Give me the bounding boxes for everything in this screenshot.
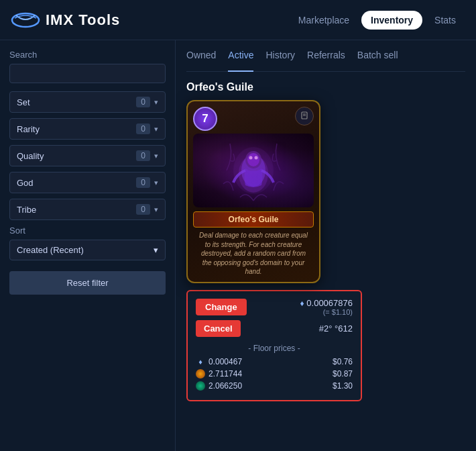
search-label: Search xyxy=(9,50,166,60)
filter-rarity-label: Rarity xyxy=(17,124,40,134)
sidebar: Search Set 0 ▾ Rarity 0 ▾ Quality 0 ▾ Go… xyxy=(0,40,176,451)
eth-value: 0.00067876 xyxy=(306,298,353,308)
reset-filter-button[interactable]: Reset filter xyxy=(9,271,166,295)
content-area: Owned Active History Referrals Batch sel… xyxy=(176,40,476,451)
logo-area: IMX Tools xyxy=(11,10,120,30)
floor-left-gods: 2.711744 xyxy=(196,369,242,379)
floor-row-eth: ♦ 0.000467 $0.76 xyxy=(196,357,353,366)
imx-floor-icon xyxy=(196,381,205,391)
floor-left-eth: ♦ 0.000467 xyxy=(196,357,242,366)
filter-set-right: 0 ▾ xyxy=(136,97,158,107)
sort-value: Created (Recent) xyxy=(17,245,84,255)
main-layout: Search Set 0 ▾ Rarity 0 ▾ Quality 0 ▾ Go… xyxy=(0,40,476,451)
logo-text: IMX Tools xyxy=(46,11,120,29)
sort-select[interactable]: Created (Recent) ▾ xyxy=(9,240,166,260)
floor-prices-label: - Floor prices - xyxy=(196,344,353,353)
chevron-down-icon: ▾ xyxy=(154,98,158,107)
card-name-bar: Orfeo's Guile xyxy=(193,211,314,228)
filter-set-label: Set xyxy=(17,97,30,107)
price-row-top: Change ♦ 0.00067876 (= $1.10) xyxy=(196,298,353,316)
mana-cost: 7 xyxy=(193,107,217,131)
nav-inventory[interactable]: Inventory xyxy=(361,11,422,30)
filter-quality-count: 0 xyxy=(136,150,150,161)
nav-stats[interactable]: Stats xyxy=(425,11,465,30)
cancel-order-button[interactable]: Cancel xyxy=(196,320,241,337)
floor-imx-value: 2.066250 xyxy=(209,381,242,391)
floor-row-gods: 2.711744 $0.87 xyxy=(196,369,353,379)
tab-active[interactable]: Active xyxy=(228,50,253,64)
filter-rarity-count: 0 xyxy=(136,123,150,134)
floor-gods-value: 2.711744 xyxy=(209,369,242,379)
chevron-down-icon: ▾ xyxy=(154,179,158,187)
filter-tribe-count: 0 xyxy=(136,204,150,215)
tab-owned[interactable]: Owned xyxy=(186,50,216,64)
chevron-down-icon: ▾ xyxy=(154,152,158,160)
card-container: 7 xyxy=(186,100,465,401)
filter-tribe-right: 0 ▾ xyxy=(136,204,158,215)
filter-god-label: God xyxy=(17,178,34,188)
filter-rarity-right: 0 ▾ xyxy=(136,123,158,134)
gods-floor-icon xyxy=(196,369,205,379)
nav-marketplace[interactable]: Marketplace xyxy=(289,11,359,30)
eth-value-display: ♦ 0.00067876 xyxy=(300,298,353,308)
card-description: Deal damage to each creature equal to it… xyxy=(193,231,314,277)
floor-row-imx: 2.066250 $1.30 xyxy=(196,381,353,391)
main-nav: Marketplace Inventory Stats xyxy=(289,11,465,30)
card-top: 7 xyxy=(193,107,314,131)
logo-icon xyxy=(11,10,40,30)
tabs-bar: Owned Active History Referrals Batch sel… xyxy=(186,40,465,72)
filter-set-count: 0 xyxy=(136,97,150,107)
eth-floor-icon: ♦ xyxy=(196,357,205,366)
change-price-button[interactable]: Change xyxy=(196,299,247,315)
floor-left-imx: 2.066250 xyxy=(196,381,242,391)
thorns-decoration xyxy=(193,134,314,207)
filter-rarity[interactable]: Rarity 0 ▾ xyxy=(9,118,166,140)
eth-usd-display: (= $1.10) xyxy=(300,308,353,316)
card-art xyxy=(193,134,314,207)
price-row-mid: Cancel #2° °612 xyxy=(196,320,353,337)
sort-label: Sort xyxy=(9,225,166,236)
sort-chevron-icon: ▾ xyxy=(154,245,158,255)
search-input[interactable] xyxy=(9,64,166,83)
filter-quality-label: Quality xyxy=(17,151,44,161)
filter-tribe[interactable]: Tribe 0 ▾ xyxy=(9,199,166,220)
card-type-icon xyxy=(295,107,314,126)
floor-imx-usd: $1.30 xyxy=(333,381,353,391)
floor-eth-value: 0.000467 xyxy=(209,357,242,366)
filter-god[interactable]: God 0 ▾ xyxy=(9,172,166,193)
tab-batch-sell[interactable]: Batch sell xyxy=(357,50,398,64)
filter-quality[interactable]: Quality 0 ▾ xyxy=(9,145,166,166)
filter-set[interactable]: Set 0 ▾ xyxy=(9,91,166,113)
tab-history[interactable]: History xyxy=(265,50,295,64)
floor-gods-usd: $0.87 xyxy=(333,369,353,379)
filter-god-right: 0 ▾ xyxy=(136,177,158,188)
chevron-down-icon: ▾ xyxy=(154,205,158,214)
section-title: Orfeo's Guile xyxy=(186,81,465,93)
game-card: 7 xyxy=(186,100,320,283)
filter-tribe-label: Tribe xyxy=(17,205,36,215)
filter-quality-right: 0 ▾ xyxy=(136,150,158,161)
floor-eth-usd: $0.76 xyxy=(333,357,353,366)
price-panel: Change ♦ 0.00067876 (= $1.10) Cancel #2°… xyxy=(186,290,362,401)
price-eth-display: ♦ 0.00067876 (= $1.10) xyxy=(300,298,353,316)
filter-god-count: 0 xyxy=(136,177,150,188)
chevron-down-icon: ▾ xyxy=(154,125,158,134)
header: IMX Tools Marketplace Inventory Stats xyxy=(0,0,476,40)
tab-referrals[interactable]: Referrals xyxy=(307,50,345,64)
order-info: #2° °612 xyxy=(319,323,353,334)
